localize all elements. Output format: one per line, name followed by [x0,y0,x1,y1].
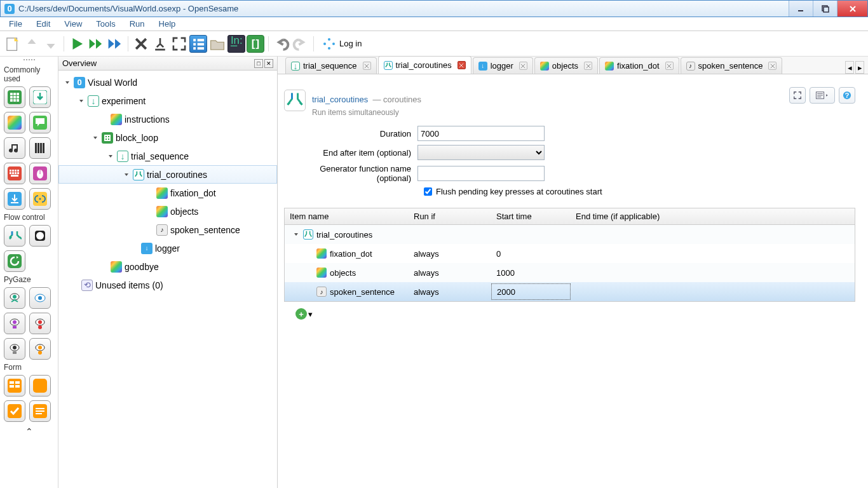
palette-form-base-icon[interactable] [4,375,25,396]
filepool-button[interactable] [208,35,226,53]
login-button[interactable]: Log in [323,37,362,50]
end-after-select[interactable] [417,145,545,160]
undo-button[interactable] [273,35,290,53]
tree-experiment[interactable]: ↓experiment [58,92,277,110]
table-row[interactable]: ♪spoken_sentence always 2000 [285,282,855,301]
palette-sequence-icon[interactable] [29,86,51,108]
palette-form-display-icon[interactable] [29,375,51,396]
tree-logger[interactable]: ↓logger [58,239,277,257]
view-script-button[interactable] [810,87,835,104]
minimize-button[interactable] [789,1,813,17]
tab-logger[interactable]: ↓logger [473,57,533,74]
tree-instructions[interactable]: instructions [58,110,277,128]
tab-fixation-dot[interactable]: fixation_dot [599,57,679,74]
item-type-icon [284,90,306,111]
svg-point-64 [38,325,42,329]
maximize-button[interactable] [813,1,837,17]
tab-objects[interactable]: objects [534,57,598,74]
palette-gaze-init-icon[interactable] [4,287,25,309]
tab-close-icon[interactable] [363,62,371,70]
tab-close-icon[interactable] [458,61,466,69]
variable-inspector-button[interactable]: [ ] [247,35,264,53]
palette-keyboard-icon[interactable] [4,163,25,184]
console-button[interactable]: In: [227,35,245,53]
overview-float-button[interactable]: □ [254,59,263,68]
table-row[interactable]: objects always 1000 [285,263,855,282]
help-button[interactable]: ? [839,87,855,104]
menu-run[interactable]: Run [123,18,151,30]
palette-logger-icon[interactable] [4,188,25,210]
generator-input[interactable] [417,166,545,181]
start-time-editing-cell[interactable]: 2000 [491,283,571,300]
menu-tools[interactable]: Tools [90,18,121,30]
palette-gaze-stop-icon[interactable] [29,313,51,334]
nav-up-button[interactable] [23,35,41,53]
tree-goodbye[interactable]: goodbye [58,257,277,276]
palette-expand-icon[interactable]: ⌃ [1,424,57,437]
tree-trial-coroutines[interactable]: trial_coroutines [58,165,277,184]
plus-icon: + [295,308,307,320]
palette-form-consent-icon[interactable] [4,400,25,422]
duration-input[interactable] [417,126,545,141]
tab-close-icon[interactable] [768,62,776,70]
nav-down-button[interactable] [42,35,60,53]
run-button[interactable] [68,35,86,53]
col-start-time[interactable]: Start time [491,212,571,221]
overview-close-button[interactable]: ✕ [264,59,273,68]
run-fast-button[interactable] [87,35,105,53]
overview-toggle-button[interactable] [189,35,207,53]
tree-block-loop[interactable]: block_loop [58,128,277,147]
tab-scroll-right[interactable]: ▸ [855,61,864,74]
col-end-time[interactable]: End time (if applicable) [571,212,855,221]
tree-fixation-dot[interactable]: fixation_dot [58,184,277,202]
tree-trial-sequence[interactable]: ↓trial_sequence [58,147,277,165]
menu-edit[interactable]: Edit [30,18,57,30]
palette-reset-icon[interactable] [4,250,25,272]
palette-mouse-icon[interactable] [29,163,51,184]
menu-file[interactable]: File [3,18,29,30]
palette-gaze-start-icon[interactable] [4,313,25,334]
tab-spoken-sentence[interactable]: ♪spoken_sentence [681,57,783,74]
tab-trial-sequence[interactable]: ↓trial_sequence [285,57,377,74]
tab-close-icon[interactable] [584,62,592,70]
palette-synth-icon[interactable] [29,137,51,159]
palette-repeat-icon[interactable] [29,225,51,247]
col-run-if[interactable]: Run if [409,212,491,221]
palette-inline-icon[interactable] [29,188,51,210]
flush-checkbox[interactable] [424,187,432,196]
menu-help[interactable]: Help [153,18,182,30]
palette-feedback-icon[interactable] [29,112,51,133]
palette-gaze-log-icon[interactable] [4,338,25,360]
tab-trial-coroutines[interactable]: trial_coroutines [378,56,471,74]
palette-form-text-icon[interactable] [29,400,51,422]
palette-sampler-icon[interactable] [4,137,25,159]
tab-close-icon[interactable] [519,62,527,70]
tab-scroll-left[interactable]: ◂ [845,61,854,74]
maximize-editor-button[interactable] [789,87,806,104]
tree-spoken-sentence[interactable]: ♪spoken_sentence [58,220,277,239]
redo-button[interactable] [292,35,309,53]
tree-objects[interactable]: objects [58,202,277,220]
add-item-button[interactable]: +▾ [284,308,855,320]
new-button[interactable] [4,35,22,53]
close-button[interactable] [837,1,867,17]
tab-close-icon[interactable] [665,62,674,70]
fullscreen-button[interactable] [170,35,188,53]
tree-unused[interactable]: ⟲Unused items (0) [58,276,277,294]
palette-sketchpad-icon[interactable] [4,112,25,133]
app-icon: 0 [4,4,15,14]
kill-button[interactable] [132,35,150,53]
palette-gaze-drift-icon[interactable] [29,287,51,309]
menu-view[interactable]: View [58,18,88,30]
svg-point-63 [38,320,42,324]
palette-gaze-wait-icon[interactable] [29,338,51,360]
table-parent-row[interactable]: trial_coroutines [285,225,855,244]
merge-button[interactable] [151,35,169,53]
col-item-name[interactable]: Item name [285,212,409,221]
overview-tree[interactable]: 0Visual World ↓experiment instructions b… [58,71,277,488]
palette-coroutines-icon[interactable] [4,225,25,247]
run-quick-button[interactable] [106,35,124,53]
palette-loop-icon[interactable] [4,86,25,108]
tree-root[interactable]: 0Visual World [58,73,277,92]
table-row[interactable]: fixation_dot always 0 [285,244,855,263]
